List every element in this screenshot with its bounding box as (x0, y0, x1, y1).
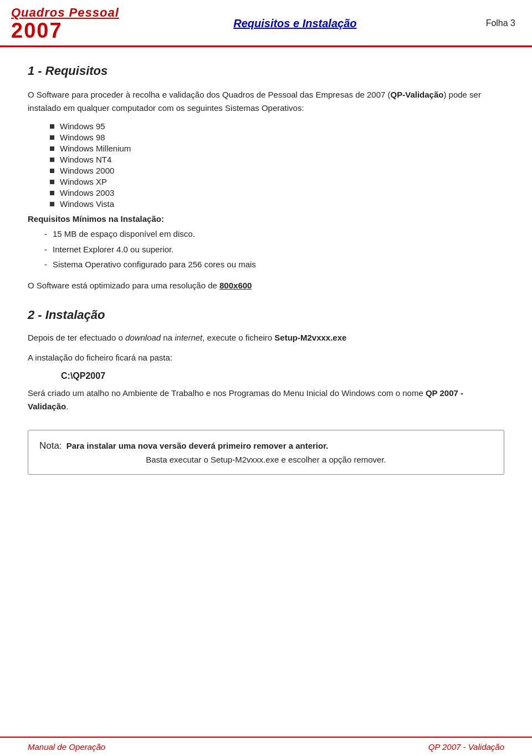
footer-left: Manual de Operação (28, 742, 105, 752)
nota-line2: Basta executar o Setup-M2vxxx.exe e esco… (39, 453, 493, 466)
logo-title: Quadros Pessoal (11, 6, 119, 20)
bullet-icon (50, 169, 54, 173)
req-list: -15 MB de espaço disponível em disco. -I… (44, 228, 504, 271)
bullet-icon (50, 191, 54, 195)
section2-heading: 2 - Instalação (28, 308, 504, 322)
nota-box: Nota:Para instalar uma nova versão dever… (28, 430, 504, 475)
list-item: -Internet Explorer 4.0 ou superior. (44, 243, 504, 256)
bullet-icon (50, 135, 54, 140)
para1-bold: Setup-M2vxxx.exe (274, 333, 346, 342)
footer: Manual de Operação QP 2007 - Validação (0, 737, 532, 756)
nota-line1: Nota:Para instalar uma nova versão dever… (39, 438, 493, 453)
header: Quadros Pessoal 2007 Requisitos e Instal… (0, 0, 532, 47)
intro-text: O Software para proceder à recolha e val… (28, 90, 391, 99)
os-item-1: Windows 98 (60, 133, 105, 142)
main-content: 1 - Requisitos O Software para proceder … (0, 47, 532, 491)
para1-italic1: download (125, 333, 161, 342)
req-item-2: Sistema Operativo configurado para 256 c… (53, 258, 256, 271)
list-item: Windows Millenium (50, 144, 504, 153)
dash-icon: - (44, 243, 47, 256)
section2-para1: Depois de ter efectuado o download na in… (28, 331, 504, 344)
req-item-0: 15 MB de espaço disponível em disco. (53, 228, 195, 241)
bullet-icon (50, 202, 54, 206)
req-heading: Requisitos Mínimos na Instalação: (28, 214, 504, 224)
bullet-icon (50, 158, 54, 162)
bullet-icon (50, 180, 54, 184)
para1-italic2: internet (175, 333, 202, 342)
nota-label: Nota: (39, 440, 62, 451)
logo-area: Quadros Pessoal 2007 (11, 6, 119, 41)
bullet-icon (50, 124, 54, 129)
os-list: Windows 95 Windows 98 Windows Millenium … (50, 121, 504, 209)
section1-intro: O Software para proceder à recolha e val… (28, 88, 504, 115)
logo-year: 2007 (11, 20, 119, 41)
list-item: Windows 98 (50, 133, 504, 142)
list-item: Windows 2003 (50, 188, 504, 197)
os-item-4: Windows 2000 (60, 166, 114, 175)
header-title-text: Requisitos e Instalação (233, 17, 356, 29)
list-item: Windows XP (50, 177, 504, 186)
list-item: Windows Vista (50, 199, 504, 209)
para1-post: , execute o ficheiro (202, 333, 274, 342)
os-item-7: Windows Vista (60, 199, 114, 209)
para3-post: . (66, 402, 68, 411)
list-item: Windows 2000 (50, 166, 504, 175)
os-item-0: Windows 95 (60, 121, 105, 131)
os-item-6: Windows 2003 (60, 188, 114, 197)
nota-text1: Para instalar uma nova versão deverá pri… (66, 441, 329, 450)
header-page: Folha 3 (471, 18, 515, 28)
bullet-icon (50, 146, 54, 151)
req-section: Requisitos Mínimos na Instalação: -15 MB… (28, 214, 504, 271)
optimized-text: O Software está optimizado para uma reso… (28, 279, 504, 292)
intro-bold: QP-Validação (391, 90, 444, 99)
optimized-pre: O Software está optimizado para uma reso… (28, 281, 219, 290)
os-item-5: Windows XP (60, 177, 107, 186)
os-item-2: Windows Millenium (60, 144, 131, 153)
req-item-1: Internet Explorer 4.0 ou superior. (53, 243, 173, 256)
para3-pre: Será criado um atalho no Ambiente de Tra… (28, 388, 426, 398)
list-item: Windows NT4 (50, 155, 504, 164)
header-title: Requisitos e Instalação (119, 17, 471, 30)
para1-mid: na (161, 333, 175, 342)
list-item: -Sistema Operativo configurado para 256 … (44, 258, 504, 271)
section2-para2: A instalação do ficheiro ficará na pasta… (28, 351, 504, 364)
list-item: Windows 95 (50, 121, 504, 131)
optimized-bold: 800x600 (219, 281, 252, 290)
list-item: -15 MB de espaço disponível em disco. (44, 228, 504, 241)
os-item-3: Windows NT4 (60, 155, 111, 164)
section2-para3: Será criado um atalho no Ambiente de Tra… (28, 387, 504, 413)
dash-icon: - (44, 258, 47, 271)
section1-heading: 1 - Requisitos (28, 64, 504, 78)
footer-right: QP 2007 - Validação (428, 742, 504, 752)
para1-pre: Depois de ter efectuado o (28, 333, 125, 342)
dash-icon: - (44, 228, 47, 241)
install-path: C:\QP2007 (61, 371, 504, 381)
